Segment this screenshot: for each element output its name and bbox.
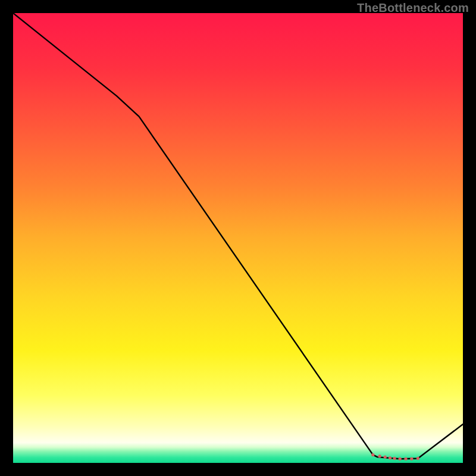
marker-point (378, 455, 381, 458)
plot-area (13, 13, 463, 463)
marker-point (384, 456, 387, 459)
marker-point (416, 457, 419, 460)
marker-point (371, 453, 374, 456)
chart-background (13, 13, 463, 463)
marker-point (404, 458, 407, 461)
marker-point (389, 456, 392, 459)
chart-svg (13, 13, 463, 463)
marker-point (399, 458, 402, 461)
marker-point (393, 457, 396, 460)
marker-point (410, 458, 413, 461)
watermark-text: TheBottleneck.com (357, 1, 469, 15)
chart-frame: TheBottleneck.com (0, 0, 476, 476)
